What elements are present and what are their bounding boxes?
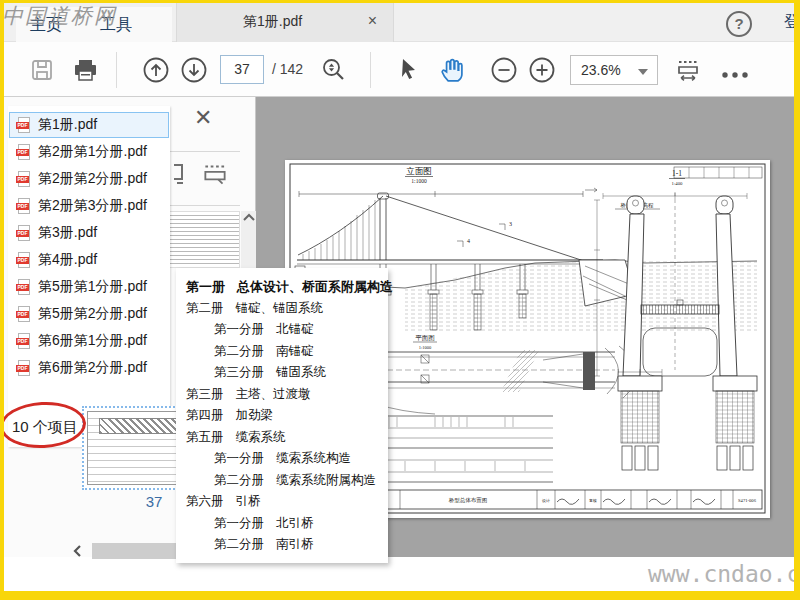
panel-separator bbox=[166, 205, 240, 206]
zoom-in-button[interactable] bbox=[528, 56, 556, 88]
panel-reflow-button[interactable] bbox=[200, 159, 230, 193]
hand-tool-button[interactable] bbox=[438, 54, 468, 88]
save-icon bbox=[29, 57, 55, 83]
toc-item: 第一册总体设计、桥面系附属构造 bbox=[176, 276, 388, 298]
plus-icon bbox=[528, 56, 556, 84]
toc-item: 第五册缆索系统 bbox=[176, 427, 388, 449]
toc-item: 第二册锚碇、锚固系统 bbox=[176, 298, 388, 320]
reflow-view-button[interactable] bbox=[674, 56, 702, 88]
pdf-file-icon: PDF bbox=[16, 252, 32, 269]
page-total-label: / 142 bbox=[272, 61, 303, 77]
save-button[interactable] bbox=[29, 57, 55, 87]
thumbnail-page-label: 37 bbox=[124, 493, 184, 510]
reflow-icon bbox=[200, 159, 230, 189]
pdf-file-icon: PDF bbox=[16, 333, 32, 350]
tab-bar: 主页 工具 第1册.pdf × ? 登 bbox=[4, 3, 794, 42]
svg-text:立面图: 立面图 bbox=[406, 166, 432, 176]
thumbnail-partial[interactable] bbox=[168, 211, 240, 268]
svg-text:1:1000: 1:1000 bbox=[419, 345, 432, 350]
next-page-button[interactable] bbox=[180, 56, 208, 88]
toolbar: 37 / 142 23.6% bbox=[4, 42, 794, 97]
toc-item: 第一分册北锚碇 bbox=[176, 319, 388, 341]
zoom-level-value: 23.6% bbox=[581, 62, 621, 78]
pdf-file-icon: PDF bbox=[16, 171, 32, 188]
file-item[interactable]: PDF第2册第1分册.pdf bbox=[10, 139, 168, 165]
pdf-file-icon: PDF bbox=[16, 279, 32, 296]
document-tab-title: 第1册.pdf bbox=[243, 13, 302, 31]
toc-item: 第二分册缆索系统附属构造 bbox=[176, 470, 388, 492]
scroll-up-icon bbox=[241, 211, 257, 225]
pdf-reader-window: 中国道桥网 主页 工具 第1册.pdf × ? 登 37 / 142 bbox=[0, 0, 800, 600]
toolbar-separator bbox=[370, 52, 371, 88]
file-item[interactable]: PDF第2册第3分册.pdf bbox=[10, 193, 168, 219]
svg-text:1-1: 1-1 bbox=[672, 169, 682, 178]
svg-text:4: 4 bbox=[467, 238, 470, 244]
print-button[interactable] bbox=[72, 57, 99, 87]
pointer-icon bbox=[396, 56, 422, 84]
frame-border bbox=[0, 591, 800, 600]
toc-item: 第四册加劲梁 bbox=[176, 405, 388, 427]
magnifier-icon bbox=[320, 56, 348, 84]
toc-item: 第二分册南引桥 bbox=[176, 534, 388, 556]
toolbar-separator bbox=[116, 52, 117, 88]
file-item[interactable]: PDF第4册.pdf bbox=[10, 247, 168, 273]
previous-page-button[interactable] bbox=[142, 56, 170, 88]
toc-popup: 第一册总体设计、桥面系附属构造 第二册锚碇、锚固系统 第一分册北锚碇 第二分册南… bbox=[176, 268, 388, 563]
pdf-file-icon: PDF bbox=[16, 360, 32, 377]
page-down-icon bbox=[180, 56, 208, 84]
page-number-input[interactable]: 37 bbox=[220, 55, 264, 84]
svg-text:桥型总体布置图: 桥型总体布置图 bbox=[448, 497, 488, 504]
toc-item: 第三分册锚固系统 bbox=[176, 362, 388, 384]
file-item[interactable]: PDF第2册第2分册.pdf bbox=[10, 166, 168, 192]
panel-separator bbox=[166, 151, 240, 152]
login-link[interactable]: 登 bbox=[784, 12, 800, 33]
ellipsis-icon bbox=[720, 70, 752, 80]
scrollbar-thumb[interactable] bbox=[92, 543, 176, 559]
svg-text:3: 3 bbox=[509, 221, 512, 227]
print-icon bbox=[72, 57, 99, 83]
close-tab-icon[interactable]: × bbox=[368, 11, 377, 31]
zoom-to-page-button[interactable] bbox=[320, 56, 348, 88]
file-item[interactable]: PDF第1册.pdf bbox=[9, 112, 169, 138]
chevron-down-icon bbox=[638, 69, 648, 75]
hand-icon bbox=[438, 54, 468, 84]
pdf-file-icon: PDF bbox=[16, 144, 32, 161]
file-item[interactable]: PDF第3册.pdf bbox=[10, 220, 168, 246]
svg-text:平面图: 平面图 bbox=[415, 334, 435, 341]
scroll-left-icon bbox=[70, 543, 86, 559]
document-tab[interactable]: 第1册.pdf × bbox=[176, 3, 394, 42]
pdf-file-icon: PDF bbox=[16, 306, 32, 323]
pdf-file-icon: PDF bbox=[16, 198, 32, 215]
thumbnail-scrollbar[interactable] bbox=[241, 211, 257, 268]
svg-text:复核: 复核 bbox=[589, 498, 597, 503]
frame-border bbox=[794, 0, 800, 600]
pdf-file-icon: PDF bbox=[16, 117, 32, 134]
reflow-icon bbox=[674, 56, 702, 84]
svg-text:设计: 设计 bbox=[542, 498, 550, 503]
watermark-top-left: 中国道桥网 bbox=[2, 2, 117, 30]
pdf-file-icon: PDF bbox=[16, 225, 32, 242]
panel-close-icon[interactable]: ✕ bbox=[194, 105, 212, 131]
svg-text:1:400: 1:400 bbox=[672, 181, 684, 186]
minus-icon bbox=[490, 56, 518, 84]
file-item[interactable]: PDF第5册第1分册.pdf bbox=[10, 274, 168, 300]
svg-text:S471-006: S471-006 bbox=[738, 498, 757, 503]
page-up-icon bbox=[142, 56, 170, 84]
toc-item: 第三册主塔、过渡墩 bbox=[176, 384, 388, 406]
zoom-out-button[interactable] bbox=[490, 56, 518, 88]
more-tools-button[interactable] bbox=[720, 66, 752, 84]
file-explorer-overlay: PDF第1册.pdf PDF第2册第1分册.pdf PDF第2册第2分册.pdf… bbox=[8, 106, 170, 447]
help-button[interactable]: ? bbox=[726, 11, 752, 37]
svg-text:1:1000: 1:1000 bbox=[411, 178, 427, 184]
toc-item: 第一分册缆索系统构造 bbox=[176, 448, 388, 470]
watermark-bottom-right: www.cndao.com bbox=[648, 561, 800, 587]
file-item[interactable]: PDF第5册第2分册.pdf bbox=[10, 301, 168, 327]
zoom-level-dropdown[interactable]: 23.6% bbox=[570, 55, 658, 85]
select-tool-button[interactable] bbox=[396, 56, 422, 88]
file-item[interactable]: PDF第6册第2分册.pdf bbox=[10, 355, 168, 381]
file-item[interactable]: PDF第6册第1分册.pdf bbox=[10, 328, 168, 354]
toc-item: 第六册引桥 bbox=[176, 491, 388, 513]
toc-item: 第二分册南锚碇 bbox=[176, 341, 388, 363]
toc-item: 第一分册北引桥 bbox=[176, 513, 388, 535]
